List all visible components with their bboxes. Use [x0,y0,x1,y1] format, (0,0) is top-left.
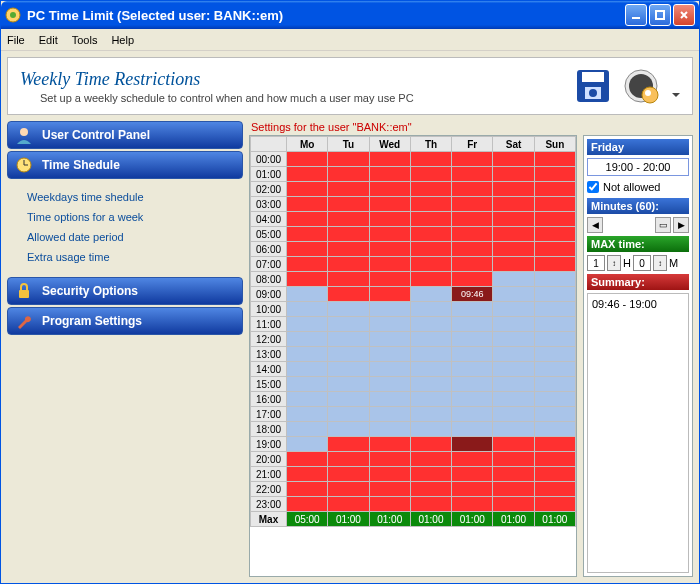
scroll-left-button[interactable]: ◀ [587,217,603,233]
schedule-cell[interactable] [287,302,328,317]
schedule-cell[interactable] [534,407,575,422]
schedule-cell[interactable] [452,392,493,407]
maximize-button[interactable] [649,4,671,26]
scroll-right-button[interactable]: ▶ [673,217,689,233]
schedule-cell[interactable] [328,407,369,422]
schedule-cell[interactable] [369,212,410,227]
schedule-cell[interactable] [534,317,575,332]
schedule-cell[interactable] [493,287,534,302]
schedule-cell[interactable] [452,497,493,512]
schedule-cell[interactable] [328,167,369,182]
schedule-cell[interactable] [369,482,410,497]
schedule-cell[interactable] [452,227,493,242]
schedule-cell[interactable] [493,167,534,182]
schedule-cell[interactable] [369,197,410,212]
sidebar-link-weekdays[interactable]: Weekdays time shedule [27,187,243,207]
schedule-cell[interactable] [452,302,493,317]
schedule-cell[interactable] [410,467,451,482]
schedule-grid[interactable]: MoTuWedThFrSatSun00:0001:0002:0003:0004:… [249,135,577,577]
schedule-cell[interactable] [287,422,328,437]
scroll-track-button[interactable]: ▭ [655,217,671,233]
schedule-cell[interactable] [287,287,328,302]
schedule-cell[interactable] [328,272,369,287]
day-header[interactable]: Th [410,137,451,152]
schedule-cell[interactable] [410,407,451,422]
schedule-cell[interactable] [493,362,534,377]
schedule-cell[interactable] [534,467,575,482]
schedule-cell[interactable] [493,257,534,272]
schedule-cell[interactable] [452,437,493,452]
schedule-cell[interactable] [452,482,493,497]
schedule-cell[interactable] [410,257,451,272]
titlebar[interactable]: PC Time Limit (Selected user: BANK::em) [1,1,699,29]
close-button[interactable] [673,4,695,26]
schedule-cell[interactable] [493,437,534,452]
schedule-cell[interactable] [534,272,575,287]
day-header[interactable]: Sun [534,137,575,152]
schedule-cell[interactable] [287,152,328,167]
schedule-cell[interactable] [493,182,534,197]
schedule-cell[interactable] [369,152,410,167]
schedule-cell[interactable] [369,257,410,272]
schedule-cell[interactable] [287,467,328,482]
schedule-cell[interactable] [452,152,493,167]
schedule-cell[interactable] [410,272,451,287]
day-header[interactable]: Wed [369,137,410,152]
schedule-cell[interactable] [452,197,493,212]
schedule-cell[interactable] [410,497,451,512]
schedule-cell[interactable] [328,242,369,257]
schedule-cell[interactable] [534,347,575,362]
schedule-cell[interactable] [287,407,328,422]
schedule-cell[interactable] [328,437,369,452]
schedule-cell[interactable] [287,497,328,512]
schedule-cell[interactable] [452,242,493,257]
day-header[interactable]: Fr [452,137,493,152]
schedule-cell[interactable] [534,332,575,347]
schedule-cell[interactable] [328,287,369,302]
schedule-cell[interactable] [369,497,410,512]
sidebar-item-security[interactable]: Security Options [7,277,243,305]
schedule-cell[interactable] [369,347,410,362]
schedule-cell[interactable] [287,227,328,242]
sidebar-item-user-control[interactable]: User Control Panel [7,121,243,149]
schedule-cell[interactable] [534,482,575,497]
schedule-cell[interactable] [410,242,451,257]
schedule-cell[interactable] [493,377,534,392]
schedule-cell[interactable] [534,302,575,317]
schedule-cell[interactable] [328,317,369,332]
schedule-cell[interactable]: 09:46 [452,287,493,302]
schedule-cell[interactable] [369,407,410,422]
day-header[interactable]: Tu [328,137,369,152]
schedule-cell[interactable] [287,362,328,377]
schedule-cell[interactable] [493,452,534,467]
schedule-cell[interactable] [452,167,493,182]
schedule-cell[interactable] [369,227,410,242]
schedule-cell[interactable] [369,182,410,197]
schedule-cell[interactable] [287,167,328,182]
about-icon[interactable] [622,67,660,105]
menu-help[interactable]: Help [111,34,134,46]
schedule-cell[interactable] [410,302,451,317]
schedule-cell[interactable] [452,377,493,392]
schedule-cell[interactable] [369,452,410,467]
save-icon[interactable] [574,67,612,105]
schedule-cell[interactable] [328,332,369,347]
schedule-cell[interactable] [369,392,410,407]
sidebar-item-time-schedule[interactable]: Time Shedule [7,151,243,179]
schedule-cell[interactable] [328,377,369,392]
schedule-cell[interactable] [328,392,369,407]
schedule-cell[interactable] [369,422,410,437]
schedule-cell[interactable] [369,467,410,482]
schedule-cell[interactable] [287,482,328,497]
schedule-cell[interactable] [410,422,451,437]
schedule-cell[interactable] [287,452,328,467]
schedule-cell[interactable] [287,242,328,257]
schedule-cell[interactable] [493,242,534,257]
schedule-cell[interactable] [410,332,451,347]
schedule-cell[interactable] [452,362,493,377]
sidebar-item-program-settings[interactable]: Program Settings [7,307,243,335]
sidebar-link-options-week[interactable]: Time options for a week [27,207,243,227]
schedule-cell[interactable] [493,302,534,317]
day-header[interactable]: Sat [493,137,534,152]
max-minutes-input[interactable] [633,255,651,271]
